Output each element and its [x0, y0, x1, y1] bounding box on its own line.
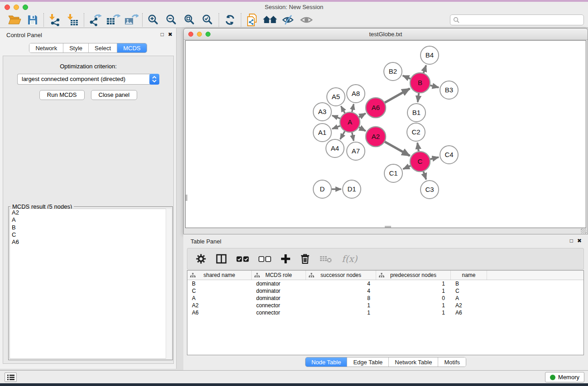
edge-C-C3[interactable] [423, 172, 426, 180]
new-network-from-selection-icon[interactable] [243, 13, 261, 27]
result-item[interactable]: C [10, 231, 171, 238]
float-table-panel-icon[interactable]: □ [570, 238, 573, 244]
column-header-successor-nodes[interactable]: successor nodes [306, 271, 376, 280]
task-history-button[interactable] [5, 372, 17, 382]
table-cell[interactable]: 1 [376, 287, 451, 295]
table-cell[interactable]: C [187, 287, 252, 295]
graph-node-D1[interactable]: D1 [343, 180, 361, 198]
table-cell[interactable]: A [451, 295, 487, 302]
graph-node-D[interactable]: D [313, 180, 331, 198]
first-neighbors-icon[interactable] [261, 13, 279, 27]
tab-mcds[interactable]: MCDS [117, 43, 146, 52]
graph-node-A2[interactable]: A2 [366, 127, 386, 147]
table-cell[interactable]: 1 [376, 309, 451, 316]
close-panel-button[interactable]: Close panel [91, 90, 138, 100]
edge-B-B3[interactable] [430, 86, 439, 88]
graph-node-B3[interactable]: B3 [440, 81, 458, 99]
graph-node-C[interactable]: C [410, 152, 430, 172]
delete-table-icon[interactable] [320, 252, 332, 266]
tab-edge-table[interactable]: Edge Table [347, 357, 388, 367]
import-network-icon[interactable] [46, 13, 64, 27]
optimization-criterion-dropdown[interactable]: largest connected component (directed) [17, 74, 159, 85]
zoom-fit-icon[interactable] [181, 13, 199, 27]
network-window-titlebar[interactable]: testGlobe.txt [184, 29, 588, 40]
graph-node-B2[interactable]: B2 [384, 62, 402, 81]
edge-C-C2[interactable] [417, 143, 419, 151]
refresh-view-icon[interactable] [221, 13, 239, 27]
table-cell[interactable]: 1 [376, 302, 451, 309]
graph-node-A5[interactable]: A5 [327, 88, 345, 106]
graph-node-A4[interactable]: A4 [326, 139, 344, 157]
deselect-all-columns-icon[interactable] [258, 252, 271, 266]
split-view-icon[interactable] [216, 252, 227, 266]
tab-network-table[interactable]: Network Table [388, 357, 438, 367]
float-panel-icon[interactable]: □ [161, 31, 164, 38]
edge-B-B4[interactable] [424, 65, 426, 73]
memory-button[interactable]: Memory [545, 372, 584, 382]
edge-A-A4[interactable] [340, 131, 345, 139]
edge-A6-B[interactable] [385, 89, 410, 103]
table-row[interactable]: Bdominator41B [187, 280, 583, 287]
table-cell[interactable]: 1 [306, 302, 376, 309]
graph-node-B[interactable]: B [410, 73, 430, 93]
network-canvas[interactable]: B4B2BB3A5A8A6B1A3AA1C2A2A4A7C4CC1C3DD1 [185, 40, 586, 228]
graph-node-C1[interactable]: C1 [384, 164, 402, 182]
table-cell[interactable]: 4 [306, 280, 376, 287]
dropdown-stepper-icon[interactable] [149, 74, 159, 85]
graph-node-A8[interactable]: A8 [347, 85, 365, 103]
table-cell[interactable]: connector [252, 302, 306, 309]
table-cell[interactable]: C [451, 287, 487, 295]
column-header-name[interactable]: name [451, 271, 487, 280]
close-panel-icon[interactable]: ✖ [168, 31, 172, 38]
run-mcds-button[interactable]: Run MCDS [39, 90, 85, 100]
add-column-plus-icon[interactable] [281, 252, 291, 266]
mcds-result-list[interactable]: A2ABCA6 [10, 209, 172, 359]
edge-A-A2[interactable] [359, 127, 366, 131]
table-cell[interactable]: connector [252, 309, 306, 316]
edge-A-A8[interactable] [352, 104, 354, 112]
edge-B-B1[interactable] [418, 93, 419, 102]
tab-motifs[interactable]: Motifs [438, 357, 466, 367]
zoom-selected-icon[interactable] [199, 13, 217, 27]
window-resize-grip[interactable] [581, 229, 587, 234]
column-header-MCDS-role[interactable]: MCDS role [252, 271, 306, 280]
zoom-out-icon[interactable] [163, 13, 181, 27]
table-row[interactable]: A2connector11A2 [187, 302, 583, 309]
export-image-icon[interactable] [122, 13, 140, 27]
table-cell[interactable]: 1 [376, 280, 451, 287]
graph-node-B1[interactable]: B1 [407, 104, 425, 122]
graph-node-C3[interactable]: C3 [421, 181, 439, 199]
graph-node-A7[interactable]: A7 [347, 142, 365, 160]
table-cell[interactable]: A6 [451, 309, 487, 316]
edge-A-A7[interactable] [352, 133, 354, 141]
import-table-icon[interactable] [64, 13, 82, 27]
graph-node-C2[interactable]: C2 [407, 123, 425, 141]
canvas-left-scroll-nub[interactable] [186, 195, 187, 201]
edge-A-A5[interactable] [341, 106, 345, 113]
edge-A-A3[interactable] [332, 115, 340, 119]
tab-select[interactable]: Select [88, 43, 117, 52]
save-session-icon[interactable] [24, 13, 42, 27]
open-session-icon[interactable] [5, 13, 24, 27]
edge-C-C4[interactable] [430, 157, 439, 159]
graph-node-A6[interactable]: A6 [366, 98, 386, 118]
close-table-panel-icon[interactable]: ✖ [577, 238, 582, 244]
table-cell[interactable]: 4 [306, 287, 376, 295]
tab-network[interactable]: Network [29, 43, 63, 52]
table-row[interactable]: Cdominator41C [187, 287, 583, 295]
column-header-predecessor-nodes[interactable]: predecessor nodes [376, 271, 451, 280]
delete-columns-trash-icon[interactable] [300, 252, 310, 266]
tab-node-table[interactable]: Node Table [306, 357, 347, 367]
graph-node-A3[interactable]: A3 [313, 103, 331, 121]
table-settings-gear-icon[interactable] [196, 252, 206, 266]
graph-node-C4[interactable]: C4 [440, 146, 458, 164]
export-network-icon[interactable] [86, 13, 104, 27]
table-cell[interactable]: dominator [252, 280, 306, 287]
table-cell[interactable]: B [187, 280, 252, 287]
table-cell[interactable]: A2 [187, 302, 252, 309]
result-scrollbar[interactable] [166, 209, 172, 359]
canvas-bottom-scroll-nub[interactable] [385, 226, 391, 228]
node-table[interactable]: shared nameMCDS rolesuccessor nodesprede… [187, 270, 584, 355]
graph-node-A[interactable]: A [340, 112, 360, 132]
hide-selection-eye-icon[interactable] [279, 13, 297, 27]
